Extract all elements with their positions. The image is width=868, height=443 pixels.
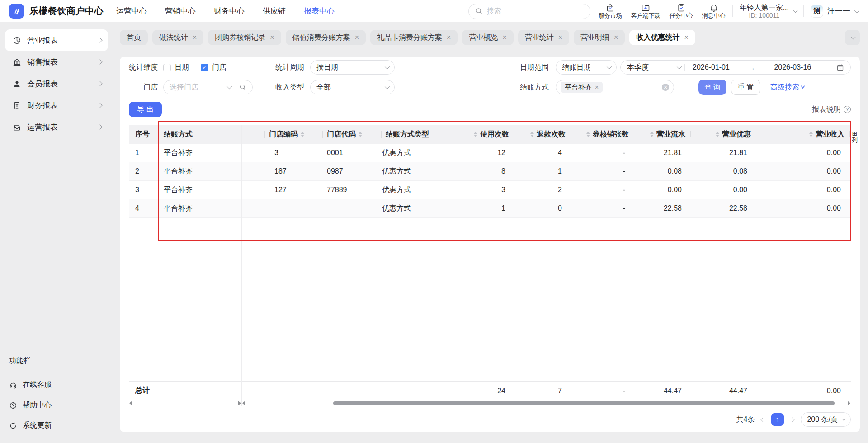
column-header-退款次数[interactable]: 退款次数 <box>515 125 572 144</box>
nav-item-3[interactable]: 财务中心 <box>214 6 245 16</box>
column-settings-button[interactable]: ⊞ 列 <box>851 130 859 144</box>
quick-action-task-center[interactable]: 任务中心 <box>670 3 693 19</box>
tab-close-icon[interactable]: × <box>447 34 451 41</box>
quick-action-client-download[interactable]: 客户端下载 <box>631 3 660 19</box>
income-type-select[interactable]: 全部 <box>310 80 395 94</box>
checkbox-checked-icon[interactable] <box>201 64 208 71</box>
sidebar-footer-item-在线客服[interactable]: 在线客服 <box>5 375 108 395</box>
tab-做法统计[interactable]: 做法统计× <box>152 30 203 45</box>
date-range-picker[interactable]: 本季度 2026-01-01 → 2026-03-16 <box>620 60 851 75</box>
sidebar-footer-item-系统更新[interactable]: 系统更新 <box>5 415 108 436</box>
operations-icon <box>13 123 21 132</box>
settle-method-select[interactable]: 平台补齐 × ✕ <box>556 80 674 94</box>
column-header-营业收入[interactable]: 营业收入 <box>757 125 851 144</box>
scrollbar-thumb[interactable] <box>333 401 835 405</box>
date-preset-select[interactable]: 本季度 <box>627 63 680 72</box>
global-search[interactable] <box>468 4 590 19</box>
table-row-fixed-3[interactable]: 3平台补齐 <box>129 181 241 199</box>
sidebar-footer-item-帮助中心[interactable]: 帮助中心 <box>5 395 108 415</box>
tab-首页[interactable]: 首页 <box>120 30 148 45</box>
fixed-pane-scrollbar[interactable] <box>129 400 241 406</box>
tab-overflow-button[interactable] <box>845 30 860 45</box>
date-type-select[interactable]: 结账日期 <box>556 60 617 75</box>
sort-icon[interactable] <box>586 132 590 137</box>
sidebar-item-销售报表[interactable]: 销售报表 <box>5 51 108 73</box>
scrollbar-track[interactable] <box>246 401 847 405</box>
sidebar-item-运营报表[interactable]: 运营报表 <box>5 116 108 138</box>
page-size-select[interactable]: 200 条/页 <box>801 412 851 427</box>
table-row-scroll-3[interactable]: 12777889优惠方式32-0.000.000.00 <box>242 181 851 199</box>
tag-close-icon[interactable]: × <box>595 84 599 90</box>
tab-收入优惠统计[interactable]: 收入优惠统计× <box>629 30 695 45</box>
date-start-value[interactable]: 2026-01-01 <box>693 63 730 71</box>
tab-营业概览[interactable]: 营业概览× <box>462 30 513 45</box>
store-search-icon[interactable] <box>239 84 246 91</box>
table-row-fixed-4[interactable]: 4平台补齐 <box>129 199 241 218</box>
sidebar-item-财务报表[interactable]: 财务报表 <box>5 94 108 116</box>
quick-action-service-market[interactable]: 服务市场 <box>599 3 622 19</box>
nav-item-5[interactable]: 报表中心 <box>304 6 335 16</box>
tab-close-icon[interactable]: × <box>270 34 274 41</box>
scroll-right-arrow[interactable] <box>238 401 241 405</box>
checkbox-unchecked-icon[interactable] <box>163 64 171 71</box>
date-end-value[interactable]: 2026-03-16 <box>774 63 811 71</box>
sort-icon[interactable] <box>301 132 304 137</box>
tab-储值消费分账方案[interactable]: 储值消费分账方案× <box>286 30 366 45</box>
nav-item-1[interactable]: 运营中心 <box>116 6 147 16</box>
column-header-门店编码[interactable]: 门店编码 <box>242 125 310 144</box>
nav-item-4[interactable]: 供应链 <box>263 6 286 16</box>
clear-icon[interactable]: ✕ <box>662 84 669 91</box>
column-header-券核销张数[interactable]: 券核销张数 <box>572 125 635 144</box>
sort-icon[interactable] <box>530 132 534 137</box>
sort-icon[interactable] <box>359 132 362 137</box>
table-row-scroll-4[interactable]: 优惠方式10-22.5822.580.00 <box>242 199 851 218</box>
query-button[interactable]: 查询 <box>698 80 726 95</box>
scrollbar-track[interactable] <box>133 401 237 405</box>
quick-action-message-center[interactable]: 消息中心 <box>702 3 726 19</box>
column-header-营业流水[interactable]: 营业流水 <box>635 125 692 144</box>
sort-icon[interactable] <box>809 132 813 137</box>
search-input[interactable] <box>487 7 584 15</box>
sort-icon[interactable] <box>716 132 719 137</box>
export-button[interactable]: 导出 <box>129 102 162 117</box>
prev-page-button[interactable] <box>761 418 764 421</box>
scroll-right-arrow[interactable] <box>848 401 850 405</box>
tab-团购券核销记录[interactable]: 团购券核销记录× <box>208 30 281 45</box>
tab-close-icon[interactable]: × <box>193 34 197 41</box>
checkbox-option-日期[interactable]: 日期 <box>163 63 189 72</box>
reset-button[interactable]: 重置 <box>731 80 760 95</box>
page-number[interactable]: 1 <box>771 413 784 426</box>
column-header-门店代码[interactable]: 门店代码 <box>310 125 377 144</box>
tab-close-icon[interactable]: × <box>614 34 618 41</box>
scroll-left-arrow[interactable] <box>129 401 132 405</box>
scroll-pane-scrollbar[interactable] <box>242 400 851 406</box>
scroll-left-arrow[interactable] <box>242 401 245 405</box>
advanced-search-link[interactable]: 高级搜索 <box>770 83 803 92</box>
tab-close-icon[interactable]: × <box>684 34 688 41</box>
sidebar-item-营业报表[interactable]: 营业报表 <box>5 29 108 51</box>
nav-item-2[interactable]: 营销中心 <box>165 6 196 16</box>
column-header-营业优惠[interactable]: 营业优惠 <box>692 125 757 144</box>
brand[interactable]: 乐檬餐饮商户中心 <box>9 4 104 19</box>
table-row-fixed-2[interactable]: 2平台补齐 <box>129 162 241 181</box>
tab-营业明细[interactable]: 营业明细× <box>574 30 625 45</box>
period-select[interactable]: 按日期 <box>310 60 395 75</box>
table-row-scroll-1[interactable]: 30001优惠方式124-21.8121.810.00 <box>242 144 851 162</box>
tab-营业统计[interactable]: 营业统计× <box>518 30 569 45</box>
user-menu[interactable]: 测 汪一一 <box>811 5 858 18</box>
sort-icon[interactable] <box>650 132 654 137</box>
tab-礼品卡消费分账方案[interactable]: 礼品卡消费分账方案× <box>370 30 458 45</box>
tab-close-icon[interactable]: × <box>355 34 359 41</box>
table-row-fixed-1[interactable]: 1平台补齐 <box>129 144 241 162</box>
table-row-scroll-2[interactable]: 1870987优惠方式81-0.080.080.00 <box>242 162 851 181</box>
sort-icon[interactable] <box>474 132 477 137</box>
column-header-使用次数[interactable]: 使用次数 <box>452 125 515 144</box>
checkbox-option-门店[interactable]: 门店 <box>201 63 226 72</box>
tab-close-icon[interactable]: × <box>502 34 506 41</box>
store-select[interactable]: 选择门店 <box>163 80 253 94</box>
sidebar-item-会员报表[interactable]: 会员报表 <box>5 73 108 94</box>
tab-close-icon[interactable]: × <box>558 34 562 41</box>
org-switcher[interactable]: 年轻人第一家... ID: 100011 <box>740 3 797 19</box>
next-page-button[interactable] <box>791 418 794 421</box>
report-help-link[interactable]: 报表说明 ? <box>812 105 851 114</box>
